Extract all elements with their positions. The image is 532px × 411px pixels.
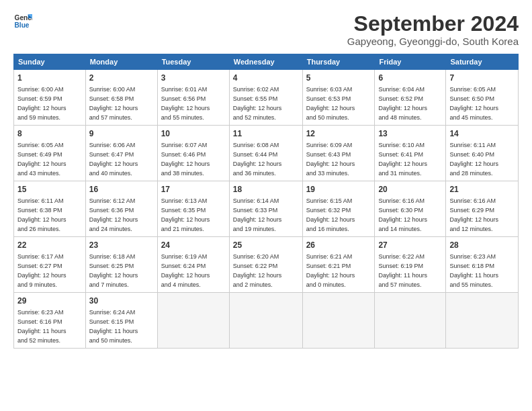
day-cell: 16Sunrise: 6:12 AM Sunset: 6:36 PM Dayli… [85,181,157,237]
day-cell [157,293,229,349]
day-cell: 10Sunrise: 6:07 AM Sunset: 6:46 PM Dayli… [157,126,229,181]
day-info: Sunrise: 6:19 AM Sunset: 6:24 PM Dayligh… [161,253,210,288]
day-number: 2 [89,73,154,84]
day-number: 23 [89,240,154,251]
header-cell-friday: Friday [375,54,446,70]
calendar-body: 1Sunrise: 6:00 AM Sunset: 6:59 PM Daylig… [14,70,519,349]
calendar-header: SundayMondayTuesdayWednesdayThursdayFrid… [14,54,519,70]
day-number: 4 [233,73,299,84]
day-cell: 12Sunrise: 6:09 AM Sunset: 6:43 PM Dayli… [302,126,375,181]
calendar-table: SundayMondayTuesdayWednesdayThursdayFrid… [13,54,519,349]
day-info: Sunrise: 6:12 AM Sunset: 6:36 PM Dayligh… [89,197,138,232]
day-number: 30 [89,295,154,307]
day-cell: 25Sunrise: 6:20 AM Sunset: 6:22 PM Dayli… [229,237,302,293]
day-cell: 4Sunrise: 6:02 AM Sunset: 6:55 PM Daylig… [229,70,302,126]
day-cell: 24Sunrise: 6:19 AM Sunset: 6:24 PM Dayli… [157,237,229,293]
day-info: Sunrise: 6:23 AM Sunset: 6:18 PM Dayligh… [449,253,498,288]
day-number: 19 [306,184,371,195]
day-number: 21 [449,184,515,195]
day-info: Sunrise: 6:01 AM Sunset: 6:56 PM Dayligh… [161,86,210,121]
header-cell-tuesday: Tuesday [157,54,229,70]
day-info: Sunrise: 6:11 AM Sunset: 6:40 PM Dayligh… [449,142,498,177]
logo: General Blue [13,12,32,31]
day-info: Sunrise: 6:22 AM Sunset: 6:19 PM Dayligh… [378,253,427,288]
day-info: Sunrise: 6:00 AM Sunset: 6:59 PM Dayligh… [17,86,66,121]
day-info: Sunrise: 6:15 AM Sunset: 6:32 PM Dayligh… [306,197,355,232]
day-info: Sunrise: 6:24 AM Sunset: 6:15 PM Dayligh… [89,309,138,344]
title-area: September 2024 Gapyeong, Gyeonggi-do, So… [347,12,519,47]
day-cell: 29Sunrise: 6:23 AM Sunset: 6:16 PM Dayli… [14,293,86,349]
day-cell: 19Sunrise: 6:15 AM Sunset: 6:32 PM Dayli… [302,181,375,237]
day-number: 5 [306,73,371,84]
day-cell: 8Sunrise: 6:05 AM Sunset: 6:49 PM Daylig… [14,126,86,181]
day-number: 22 [17,240,82,251]
day-info: Sunrise: 6:00 AM Sunset: 6:58 PM Dayligh… [89,86,138,121]
day-cell: 13Sunrise: 6:10 AM Sunset: 6:41 PM Dayli… [375,126,446,181]
day-info: Sunrise: 6:04 AM Sunset: 6:52 PM Dayligh… [378,86,427,121]
day-number: 25 [233,240,299,251]
week-row-4: 22Sunrise: 6:17 AM Sunset: 6:27 PM Dayli… [14,237,519,293]
day-cell: 6Sunrise: 6:04 AM Sunset: 6:52 PM Daylig… [375,70,446,126]
day-number: 8 [17,128,82,140]
day-number: 15 [17,184,82,195]
header-row: SundayMondayTuesdayWednesdayThursdayFrid… [14,54,519,70]
header-cell-wednesday: Wednesday [229,54,302,70]
day-info: Sunrise: 6:05 AM Sunset: 6:49 PM Dayligh… [17,142,66,177]
header-cell-saturday: Saturday [446,54,519,70]
day-cell: 27Sunrise: 6:22 AM Sunset: 6:19 PM Dayli… [375,237,446,293]
day-cell: 18Sunrise: 6:14 AM Sunset: 6:33 PM Dayli… [229,181,302,237]
day-info: Sunrise: 6:20 AM Sunset: 6:22 PM Dayligh… [233,253,282,288]
day-number: 17 [161,184,226,195]
day-cell: 21Sunrise: 6:16 AM Sunset: 6:29 PM Dayli… [446,181,519,237]
day-cell [446,293,519,349]
subtitle: Gapyeong, Gyeonggi-do, South Korea [347,36,519,47]
day-info: Sunrise: 6:13 AM Sunset: 6:35 PM Dayligh… [161,197,210,232]
day-number: 12 [306,128,371,140]
day-cell: 1Sunrise: 6:00 AM Sunset: 6:59 PM Daylig… [14,70,86,126]
day-number: 24 [161,240,226,251]
day-number: 16 [89,184,154,195]
day-number: 11 [233,128,299,140]
day-cell [302,293,375,349]
day-info: Sunrise: 6:23 AM Sunset: 6:16 PM Dayligh… [17,309,66,344]
day-number: 29 [17,295,82,307]
day-info: Sunrise: 6:17 AM Sunset: 6:27 PM Dayligh… [17,253,66,288]
day-info: Sunrise: 6:16 AM Sunset: 6:30 PM Dayligh… [378,197,427,232]
day-info: Sunrise: 6:10 AM Sunset: 6:41 PM Dayligh… [378,142,427,177]
day-cell: 28Sunrise: 6:23 AM Sunset: 6:18 PM Dayli… [446,237,519,293]
day-info: Sunrise: 6:08 AM Sunset: 6:44 PM Dayligh… [233,142,282,177]
day-info: Sunrise: 6:07 AM Sunset: 6:46 PM Dayligh… [161,142,210,177]
day-number: 3 [161,73,226,84]
day-info: Sunrise: 6:05 AM Sunset: 6:50 PM Dayligh… [449,86,498,121]
day-cell [229,293,302,349]
logo-icon: General Blue [13,12,32,31]
day-cell: 7Sunrise: 6:05 AM Sunset: 6:50 PM Daylig… [446,70,519,126]
day-number: 27 [378,240,442,251]
day-number: 1 [17,73,82,84]
day-info: Sunrise: 6:09 AM Sunset: 6:43 PM Dayligh… [306,142,355,177]
day-cell: 11Sunrise: 6:08 AM Sunset: 6:44 PM Dayli… [229,126,302,181]
day-cell [375,293,446,349]
day-number: 14 [449,128,515,140]
day-cell: 17Sunrise: 6:13 AM Sunset: 6:35 PM Dayli… [157,181,229,237]
header-cell-monday: Monday [85,54,157,70]
day-cell: 22Sunrise: 6:17 AM Sunset: 6:27 PM Dayli… [14,237,86,293]
day-cell: 9Sunrise: 6:06 AM Sunset: 6:47 PM Daylig… [85,126,157,181]
day-info: Sunrise: 6:16 AM Sunset: 6:29 PM Dayligh… [449,197,498,232]
day-cell: 23Sunrise: 6:18 AM Sunset: 6:25 PM Dayli… [85,237,157,293]
day-info: Sunrise: 6:02 AM Sunset: 6:55 PM Dayligh… [233,86,282,121]
day-info: Sunrise: 6:03 AM Sunset: 6:53 PM Dayligh… [306,86,355,121]
day-info: Sunrise: 6:21 AM Sunset: 6:21 PM Dayligh… [306,253,355,288]
day-cell: 26Sunrise: 6:21 AM Sunset: 6:21 PM Dayli… [302,237,375,293]
day-number: 20 [378,184,442,195]
day-info: Sunrise: 6:06 AM Sunset: 6:47 PM Dayligh… [89,142,138,177]
day-cell: 3Sunrise: 6:01 AM Sunset: 6:56 PM Daylig… [157,70,229,126]
header-cell-sunday: Sunday [14,54,86,70]
header-cell-thursday: Thursday [302,54,375,70]
day-cell: 15Sunrise: 6:11 AM Sunset: 6:38 PM Dayli… [14,181,86,237]
day-info: Sunrise: 6:18 AM Sunset: 6:25 PM Dayligh… [89,253,138,288]
day-number: 9 [89,128,154,140]
day-number: 13 [378,128,442,140]
day-cell: 2Sunrise: 6:00 AM Sunset: 6:58 PM Daylig… [85,70,157,126]
day-number: 18 [233,184,299,195]
